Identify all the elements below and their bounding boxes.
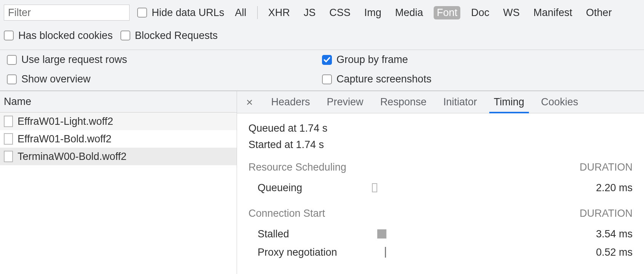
checkbox-icon [322,55,332,65]
type-filter-doc[interactable]: Doc [468,6,492,19]
metric-bar-area [372,229,572,239]
network-split-view: Name EffraW01-Light.woff2 EffraW01-Bold.… [0,91,644,274]
close-icon[interactable]: × [244,96,255,109]
file-icon [4,151,13,162]
type-filter-all[interactable]: All [232,6,250,19]
name-column-header[interactable]: Name [0,91,237,113]
request-name: TerminaW00-Bold.woff2 [18,151,127,163]
type-filter-xhr[interactable]: XHR [265,6,293,19]
timing-bar-icon [372,183,377,192]
capture-screenshots-label: Capture screenshots [336,73,431,85]
tab-preview[interactable]: Preview [326,91,364,113]
timing-bar-icon [385,247,386,258]
type-filter-manifest[interactable]: Manifest [530,6,575,19]
checkbox-icon [137,8,147,18]
group-by-frame-label: Group by frame [336,54,408,66]
metric-value: 2.20 ms [572,182,633,194]
file-icon [4,133,13,145]
metric-label: Queueing [258,182,372,194]
type-filter-css[interactable]: CSS [326,6,354,19]
request-row[interactable]: EffraW01-Bold.woff2 [0,130,237,148]
started-at-text: Started at 1.74 s [248,139,633,151]
detail-tab-bar: × Headers Preview Response Initiator Tim… [237,91,644,113]
file-icon [4,116,13,127]
request-detail-panel: × Headers Preview Response Initiator Tim… [237,91,644,274]
request-row[interactable]: TerminaW00-Bold.woff2 [0,148,237,165]
resource-scheduling-header: Resource Scheduling DURATION [248,161,633,173]
hide-data-urls-checkbox[interactable]: Hide data URLs [137,7,224,19]
timing-row-proxy-negotiation: Proxy negotiation 0.52 ms [248,243,633,261]
checkbox-icon [7,55,17,65]
tab-headers[interactable]: Headers [271,91,311,113]
timing-row-queueing: Queueing 2.20 ms [248,179,633,197]
type-filter-group: All XHR JS CSS Img Media Font Doc WS Man… [232,6,615,19]
request-list-panel: Name EffraW01-Light.woff2 EffraW01-Bold.… [0,91,237,274]
network-settings-bar: Use large request rows Show overview Gro… [0,50,644,91]
network-filter-bar: Hide data URLs All XHR JS CSS Img Media … [0,0,644,50]
metric-bar-area [372,182,572,193]
blocked-requests-checkbox[interactable]: Blocked Requests [120,30,218,42]
tab-initiator[interactable]: Initiator [442,91,478,113]
duration-header: DURATION [580,208,633,219]
tab-response[interactable]: Response [380,91,428,113]
filter-input[interactable] [4,5,130,21]
metric-label: Proxy negotiation [258,247,372,258]
capture-screenshots-checkbox[interactable]: Capture screenshots [322,73,637,85]
type-filter-media[interactable]: Media [392,6,426,19]
duration-header: DURATION [580,161,633,173]
checkbox-icon [120,31,130,40]
metric-value: 3.54 ms [572,228,633,240]
has-blocked-cookies-checkbox[interactable]: Has blocked cookies [4,30,113,42]
show-overview-label: Show overview [21,73,91,85]
type-filter-font[interactable]: Font [434,6,460,19]
request-name: EffraW01-Light.woff2 [18,116,113,127]
type-filter-ws[interactable]: WS [500,6,523,19]
metric-value: 0.52 ms [572,247,633,258]
type-filter-other[interactable]: Other [583,6,615,19]
group-by-frame-checkbox[interactable]: Group by frame [322,54,637,66]
timing-bar-icon [377,229,386,239]
blocked-requests-label: Blocked Requests [135,30,218,42]
separator [257,6,258,19]
section-label: Connection Start [248,208,325,219]
request-row[interactable]: EffraW01-Light.woff2 [0,113,237,130]
type-filter-img[interactable]: Img [361,6,384,19]
tab-cookies[interactable]: Cookies [540,91,579,113]
connection-start-header: Connection Start DURATION [248,208,633,219]
hide-data-urls-label: Hide data URLs [152,7,224,19]
checkbox-icon [7,74,17,84]
type-filter-js[interactable]: JS [301,6,319,19]
checkbox-icon [4,31,14,40]
use-large-rows-label: Use large request rows [21,54,127,66]
has-blocked-cookies-label: Has blocked cookies [18,30,113,42]
timing-panel: Queued at 1.74 s Started at 1.74 s Resou… [237,113,644,271]
metric-bar-area [372,247,572,258]
show-overview-checkbox[interactable]: Show overview [7,73,322,85]
checkbox-icon [322,74,332,84]
use-large-rows-checkbox[interactable]: Use large request rows [7,54,322,66]
section-label: Resource Scheduling [248,161,346,173]
request-name: EffraW01-Bold.woff2 [18,133,112,145]
queued-at-text: Queued at 1.74 s [248,122,633,134]
timing-row-stalled: Stalled 3.54 ms [248,225,633,243]
metric-label: Stalled [258,228,372,240]
tab-timing[interactable]: Timing [493,91,525,113]
